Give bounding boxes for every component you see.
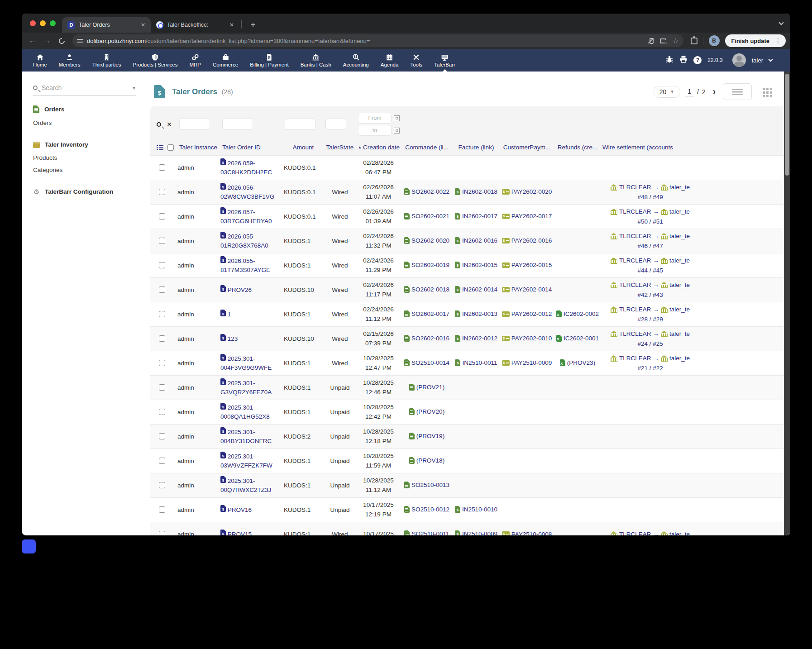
commande-link[interactable]: SO2602-0022 (411, 188, 449, 195)
order-id-link[interactable]: 2025.301-004F3VG9G9WFE (220, 355, 272, 371)
wire-refs[interactable]: #50 / #51 (637, 218, 663, 225)
wire-source-link[interactable]: TLRCLEAR (619, 530, 651, 535)
payment-link[interactable]: PAY2602-0016 (511, 237, 552, 244)
list-view-button[interactable] (723, 83, 752, 100)
topnav-item-accounting[interactable]: $ Accounting (337, 49, 375, 72)
facture-link[interactable]: IN2602-0017 (462, 213, 497, 220)
grid-view-icon[interactable] (763, 88, 765, 90)
facture-link[interactable]: IN2602-0012 (462, 335, 497, 342)
commande-link[interactable]: SO2510-0012 (411, 506, 449, 513)
column-header-wire-settlement-accounts[interactable]: Wire settlement (accounts (601, 140, 790, 156)
topnav-item-tools[interactable]: Tools (404, 49, 428, 72)
user-name[interactable]: taler (752, 57, 763, 64)
row-checkbox[interactable] (159, 213, 165, 220)
help-icon[interactable]: ? (693, 56, 702, 64)
select-all-checkbox[interactable] (167, 144, 174, 151)
wire-refs[interactable]: #21 / #22 (637, 365, 663, 372)
column-header-taler-order-id[interactable]: Taler Order ID (220, 140, 283, 156)
commande-link[interactable]: (PROV21) (416, 384, 444, 391)
forward-button[interactable]: → (41, 36, 53, 45)
row-checkbox[interactable] (159, 164, 165, 171)
topnav-item-products-services[interactable]: Products | Services (127, 49, 184, 72)
wire-refs[interactable]: #46 / #47 (637, 243, 663, 249)
order-id-link[interactable]: 123 (228, 335, 238, 342)
topnav-item-banks-cash[interactable]: Banks | Cash (295, 49, 337, 72)
row-checkbox[interactable] (159, 458, 165, 464)
payment-link[interactable]: PAY2602-0010 (511, 335, 552, 342)
install-app-icon[interactable] (660, 38, 666, 43)
column-header-creation-date[interactable]: ▲Creation date (356, 140, 401, 156)
commande-link[interactable]: SO2510-0013 (411, 482, 449, 488)
facture-link[interactable]: IN2602-0016 (462, 237, 497, 244)
browser-tab[interactable]: Taler Backoffice: ✕ (151, 17, 239, 33)
facture-link[interactable]: IN2602-0018 (462, 188, 497, 195)
url-text[interactable]: dolibarr.potuzhnyi.com/custom/talerbarr/… (87, 38, 644, 44)
maximize-window-button[interactable] (50, 20, 56, 26)
page-size-select[interactable]: 20 ▼ (654, 86, 680, 98)
filter-amount-input[interactable] (285, 119, 315, 130)
order-id-link[interactable]: PROV26 (228, 286, 252, 293)
wire-source-link[interactable]: TLRCLEAR (619, 182, 651, 192)
facture-link[interactable]: IN2510-0010 (462, 506, 497, 513)
wire-dest-link[interactable]: taler_te (669, 207, 690, 217)
topnav-item-mrp[interactable]: MRP (183, 49, 207, 72)
filter-orderid-input[interactable] (222, 119, 253, 130)
topnav-item-commerce[interactable]: Commerce (207, 49, 244, 72)
wire-source-link[interactable]: TLRCLEAR (619, 231, 651, 241)
row-checkbox[interactable] (159, 433, 165, 439)
tab-search-button[interactable] (777, 19, 786, 28)
topnav-item-talerbarr[interactable]: TalerBarr (428, 49, 461, 72)
wire-dest-link[interactable]: taler_te (669, 256, 690, 266)
topnav-item-third-parties[interactable]: Third parties (86, 49, 127, 72)
browser-menu-icon[interactable]: ⋮ (773, 37, 783, 44)
order-id-link[interactable]: 2025.301-G3VQR2Y6FEZ0A (220, 380, 272, 396)
commande-link[interactable]: SO2602-0018 (411, 286, 449, 293)
wire-dest-link[interactable]: taler_te (669, 231, 690, 241)
order-id-link[interactable]: 2026.055-01R20G8X768A0 (220, 233, 268, 249)
commande-link[interactable]: SO2602-0019 (411, 262, 449, 268)
row-checkbox[interactable] (159, 335, 165, 342)
row-checkbox[interactable] (159, 482, 165, 488)
commande-link[interactable]: SO2510-0014 (411, 359, 449, 366)
commande-link[interactable]: SO2602-0021 (411, 213, 449, 220)
browser-tab[interactable]: D Taler Orders ✕ (62, 17, 151, 33)
close-window-button[interactable] (30, 20, 36, 26)
commande-link[interactable]: SO2510-0011 (411, 530, 449, 535)
field-selector-icon[interactable] (157, 145, 163, 150)
address-bar[interactable]: dolibarr.potuzhnyi.com/custom/talerbarr/… (72, 34, 683, 47)
order-id-link[interactable]: PROV15 (228, 531, 252, 535)
refund-link[interactable]: (PROV23) (567, 359, 595, 366)
mic-off-icon[interactable] (648, 38, 654, 44)
order-id-link[interactable]: 2026.057-03R7GG6HERYA0 (220, 209, 272, 224)
commande-link[interactable]: SO2602-0020 (411, 237, 449, 244)
column-header-taler-instance[interactable]: Taler Instance (177, 140, 220, 156)
wire-dest-link[interactable]: taler_te (669, 530, 690, 535)
column-header-talerstate[interactable]: TalerState (324, 140, 356, 156)
order-id-link[interactable]: 2025.301-0008QA1HG52X8 (220, 404, 270, 420)
print-icon[interactable] (679, 55, 688, 65)
current-page[interactable]: 1 (685, 86, 694, 97)
wire-refs[interactable]: #42 / #43 (637, 291, 663, 298)
search-input[interactable]: Search (42, 84, 128, 91)
next-page-button[interactable]: › (713, 86, 716, 97)
wire-dest-link[interactable]: taler_te (669, 280, 690, 290)
wire-source-link[interactable]: TLRCLEAR (619, 305, 651, 315)
wire-refs[interactable]: #48 / #49 (637, 194, 663, 200)
order-id-link[interactable]: 2026.059-03C8HK2DDH2EC (220, 160, 272, 176)
finish-update-button[interactable]: Finish update ⋮ (725, 34, 786, 47)
tab-close-icon[interactable]: ✕ (229, 22, 234, 28)
facture-link[interactable]: IN2602-0014 (462, 286, 497, 293)
wire-source-link[interactable]: TLRCLEAR (619, 256, 651, 266)
apply-filter-icon[interactable] (157, 122, 161, 127)
row-checkbox[interactable] (159, 311, 165, 317)
commande-link[interactable]: (PROV20) (416, 408, 444, 415)
wire-source-link[interactable]: TLRCLEAR (619, 207, 651, 217)
row-checkbox[interactable] (159, 286, 165, 293)
payment-link[interactable]: PAY2510-0008 (511, 531, 552, 536)
sidebar-section-header[interactable]: ⚙ TalerBarr Configuration (33, 186, 141, 199)
wire-source-link[interactable]: TLRCLEAR (619, 353, 651, 363)
row-checkbox[interactable] (159, 531, 165, 535)
order-id-link[interactable]: 2026.056-02W8CWC3BF1VG (220, 184, 274, 200)
order-id-link[interactable]: 2025.301-004BY31DGNFRC (220, 429, 272, 444)
dock-app-icon[interactable] (22, 539, 36, 554)
